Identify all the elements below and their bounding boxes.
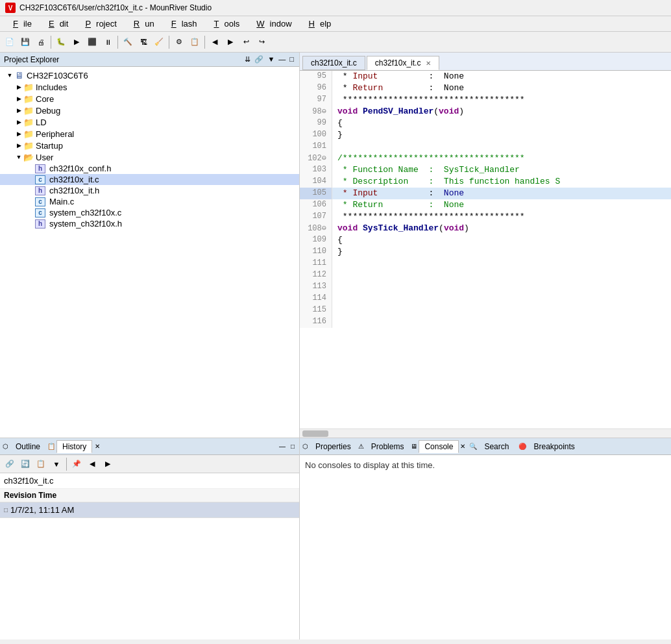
- menu-edit[interactable]: Edit: [38, 18, 73, 30]
- tb-redo[interactable]: ↪: [254, 35, 269, 49]
- horizontal-scrollbar[interactable]: [300, 428, 671, 438]
- tb-run[interactable]: ▶: [69, 35, 84, 49]
- tree-item-user[interactable]: ▼ 📂 User: [0, 151, 299, 163]
- tb-build[interactable]: 🔨: [121, 35, 135, 49]
- tb-stop[interactable]: ⬛: [85, 35, 99, 49]
- close-history-icon[interactable]: ✕: [95, 443, 100, 450]
- tab-problems[interactable]: Problems: [365, 440, 410, 453]
- h-scroll-thumb[interactable]: [302, 430, 328, 437]
- pe-filter[interactable]: ▼: [266, 55, 276, 64]
- tab-outline[interactable]: Outline: [10, 440, 46, 453]
- pe-link[interactable]: 🔗: [253, 55, 265, 64]
- tree-item-conf-h[interactable]: h ch32f10x_conf.h: [0, 163, 299, 174]
- tb-new[interactable]: 📄: [3, 35, 17, 49]
- line-num-104: 104: [300, 176, 332, 188]
- tree-item-main-c[interactable]: c Main.c: [0, 196, 299, 207]
- it-h-label: ch32f10x_it.h: [49, 186, 99, 195]
- line-num-116: 116: [300, 316, 332, 328]
- tab-properties[interactable]: Properties: [310, 440, 357, 453]
- left-panel: Project Explorer ⇊ 🔗 ▼ — □ ▼ 🖥 CH32F103C…: [0, 53, 300, 639]
- editor-tabs: ch32f10x_it.c ch32f10x_it.c ✕: [300, 53, 671, 71]
- code-line-100: 100 }: [300, 129, 671, 141]
- history-tb2[interactable]: 🔄: [18, 457, 32, 471]
- history-tb6[interactable]: ◀: [85, 457, 99, 471]
- tb-build-all[interactable]: 🏗: [136, 35, 151, 49]
- tb-undo[interactable]: ↩: [239, 35, 253, 49]
- code-line-96: 96 * Return : None: [300, 82, 671, 94]
- bottom-right-tabs: ⬡ Properties ⚠ Problems 🖥 Console ✕ 🔍 Se…: [300, 438, 671, 455]
- tb-forward[interactable]: ▶: [223, 35, 238, 49]
- history-row[interactable]: □ 1/7/21, 11:11 AM: [0, 502, 299, 518]
- line-content-99: {: [332, 118, 671, 129]
- bl-min-icon[interactable]: —: [277, 442, 287, 451]
- tree-item-core[interactable]: ▶ 📁 Core: [0, 93, 299, 105]
- tree-item-debug[interactable]: ▶ 📁 Debug: [0, 105, 299, 116]
- toggle-debug[interactable]: ▶: [14, 107, 23, 114]
- editor-tab-1[interactable]: ch32f10x_it.c: [302, 56, 365, 70]
- pe-collapse[interactable]: ⇊: [243, 55, 252, 64]
- code-line-95: 95 * Input : None: [300, 71, 671, 82]
- tree-item-includes[interactable]: ▶ 📁 Includes: [0, 81, 299, 93]
- main-c-label: Main.c: [49, 197, 74, 206]
- debug-label: Debug: [36, 106, 60, 116]
- pe-min[interactable]: —: [277, 55, 287, 64]
- bl-max-icon[interactable]: □: [289, 442, 297, 451]
- tree-item-it-h[interactable]: h ch32f10x_it.h: [0, 185, 299, 196]
- code-line-105: 105 * Input : None: [300, 188, 671, 199]
- tb-properties[interactable]: 📋: [188, 35, 202, 49]
- history-tb7[interactable]: ▶: [101, 457, 115, 471]
- tab-breakpoints[interactable]: Breakpoints: [528, 440, 580, 453]
- tree-item-it-c[interactable]: c ch32f10x_it.c: [0, 174, 299, 185]
- file-icon-it-c: c: [35, 175, 45, 184]
- tb-pause[interactable]: ⏸: [101, 35, 115, 49]
- menu-window[interactable]: Window: [246, 18, 297, 30]
- etab2-close[interactable]: ✕: [426, 60, 431, 67]
- code-editor[interactable]: 95 * Input : None 96 * Return : None 97 …: [300, 71, 671, 428]
- line-content-102: /************************************: [332, 153, 671, 164]
- history-tb3[interactable]: 📋: [34, 457, 48, 471]
- console-close-icon[interactable]: ✕: [460, 443, 465, 450]
- editor-tab-2[interactable]: ch32f10x_it.c ✕: [367, 56, 440, 70]
- tree-item-sys-c[interactable]: c system_ch32f10x.c: [0, 207, 299, 218]
- tb-save[interactable]: 💾: [18, 35, 32, 49]
- history-tb5[interactable]: 📌: [69, 457, 84, 471]
- tree-item-startup[interactable]: ▶ 📁 Startup: [0, 140, 299, 151]
- menu-file[interactable]: File: [3, 18, 37, 30]
- line-content-113: [332, 281, 671, 293]
- history-tb1[interactable]: 🔗: [3, 457, 17, 471]
- search-icon: 🔍: [469, 443, 477, 450]
- tab-search[interactable]: Search: [478, 440, 515, 453]
- toggle-startup[interactable]: ▶: [14, 142, 23, 149]
- toggle-peripheral[interactable]: ▶: [14, 130, 23, 137]
- history-tb4[interactable]: ▼: [49, 457, 64, 471]
- tb-print[interactable]: 🖨: [34, 35, 48, 49]
- line-content-112: [332, 269, 671, 281]
- tb-debug[interactable]: 🐛: [54, 35, 68, 49]
- tree-item-sys-h[interactable]: h system_ch32f10x.h: [0, 218, 299, 229]
- sys-c-label: system_ch32f10x.c: [49, 208, 121, 217]
- history-row-label: 1/7/21, 11:11 AM: [10, 505, 74, 515]
- tree-item-peripheral[interactable]: ▶ 📁 Peripheral: [0, 128, 299, 140]
- tree-item-project[interactable]: ▼ 🖥 CH32F103C6T6: [0, 69, 299, 81]
- menu-help[interactable]: Help: [299, 18, 337, 30]
- pe-max[interactable]: □: [288, 55, 295, 64]
- toggle-core[interactable]: ▶: [14, 95, 23, 102]
- menu-run[interactable]: Run: [123, 18, 160, 30]
- history-toolbar: 🔗 🔄 📋 ▼ 📌 ◀ ▶: [0, 455, 299, 473]
- folder-icon-includes: 📁: [23, 82, 34, 92]
- tb-settings[interactable]: ⚙: [172, 35, 186, 49]
- menu-flash[interactable]: Flash: [161, 18, 202, 30]
- code-line-115: 115: [300, 304, 671, 316]
- toggle-ld[interactable]: ▶: [14, 119, 23, 125]
- tree-item-ld[interactable]: ▶ 📁 LD: [0, 116, 299, 128]
- menu-project[interactable]: Project: [75, 18, 121, 30]
- toggle-user[interactable]: ▼: [14, 154, 23, 160]
- tab-console[interactable]: Console: [419, 440, 459, 453]
- toggle-includes[interactable]: ▶: [14, 84, 23, 90]
- tb-back[interactable]: ◀: [208, 35, 222, 49]
- tab-history[interactable]: History: [56, 440, 92, 453]
- project-icon: 🖥: [14, 70, 25, 80]
- tb-clean[interactable]: 🧹: [152, 35, 166, 49]
- menu-tools[interactable]: Tools: [204, 18, 245, 30]
- toggle-project[interactable]: ▼: [5, 72, 14, 79]
